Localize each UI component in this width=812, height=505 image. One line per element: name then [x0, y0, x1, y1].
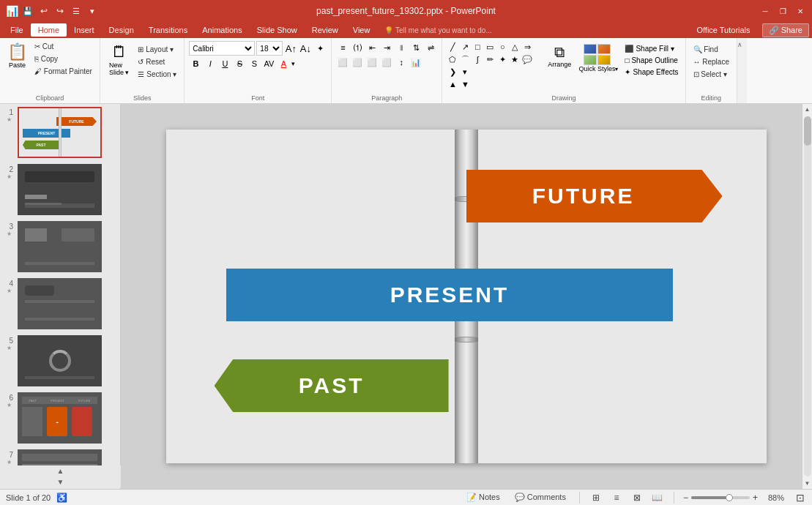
- menu-design[interactable]: Design: [102, 23, 141, 37]
- shadow-button[interactable]: S: [247, 57, 261, 70]
- format-painter-button[interactable]: 🖌 Format Painter: [31, 66, 95, 77]
- comments-button[interactable]: 💬 Comments: [510, 492, 570, 503]
- quick-styles-button[interactable]: Quick Styles ▾: [577, 41, 619, 75]
- font-color-dropdown[interactable]: ▾: [291, 60, 295, 67]
- style-box-4[interactable]: [597, 55, 611, 65]
- menu-file[interactable]: File: [3, 23, 31, 37]
- slide-item-1[interactable]: 1 ★ FUTURE PRESENT PAST: [3, 107, 117, 158]
- spacing-button[interactable]: AV: [262, 57, 275, 70]
- menu-slideshow[interactable]: Slide Show: [250, 23, 305, 37]
- shape-rounded-rect[interactable]: ▭: [484, 41, 496, 53]
- customize-icon[interactable]: ▾: [86, 5, 98, 17]
- slide-item-6[interactable]: 6 ★ PAST PRESENT FUTURE ☁: [3, 392, 117, 444]
- normal-view-button[interactable]: ⊞: [589, 492, 603, 504]
- replace-button[interactable]: ↔ Replace: [690, 56, 732, 67]
- column-button[interactable]: ⫴: [395, 41, 408, 54]
- panel-scroll-up[interactable]: ▲: [56, 465, 66, 476]
- shape-rect[interactable]: □: [472, 41, 483, 53]
- shape-connector[interactable]: ⌒: [459, 53, 471, 65]
- future-sign[interactable]: FUTURE: [466, 170, 723, 222]
- redo-icon[interactable]: ↪: [54, 5, 66, 17]
- minimize-button[interactable]: ─: [759, 6, 771, 16]
- slide-sorter-button[interactable]: ⊠: [630, 492, 644, 504]
- shape-triangle[interactable]: △: [509, 41, 521, 53]
- present-sign[interactable]: PRESENT: [226, 269, 673, 321]
- decrease-indent-button[interactable]: ⇤: [365, 41, 379, 54]
- menu-home[interactable]: Home: [31, 23, 67, 37]
- new-slide-button[interactable]: 🗒 NewSlide ▾: [105, 41, 134, 78]
- bold-button[interactable]: B: [189, 57, 202, 70]
- slide-thumb-1[interactable]: FUTURE PRESENT PAST: [18, 107, 102, 158]
- zoom-in-button[interactable]: +: [753, 493, 758, 503]
- close-button[interactable]: ✕: [794, 6, 806, 16]
- ribbon-collapse-button[interactable]: ∧: [737, 41, 747, 48]
- slide-thumb-3[interactable]: [18, 221, 102, 272]
- font-size-select[interactable]: 18: [256, 41, 283, 56]
- shape-scroll-down[interactable]: ▼: [459, 78, 471, 90]
- clear-format-button[interactable]: ✦: [313, 42, 327, 55]
- slide-item-4[interactable]: 4 ★: [3, 278, 117, 329]
- justify-button[interactable]: ⬜: [380, 56, 393, 69]
- slide-thumb-6[interactable]: PAST PRESENT FUTURE ☁: [18, 392, 102, 444]
- style-box-1[interactable]: [584, 44, 597, 54]
- menu-search[interactable]: 💡 Tell me what you want to do...: [377, 24, 499, 37]
- align-right-button[interactable]: ⬜: [365, 56, 379, 69]
- menu-view[interactable]: View: [346, 23, 378, 37]
- numbering-button[interactable]: ⑴: [351, 41, 364, 54]
- menu-transitions[interactable]: Transitions: [141, 23, 195, 37]
- fit-slide-button[interactable]: ⊡: [794, 490, 806, 505]
- slide-thumb-5[interactable]: [18, 335, 102, 386]
- shape-pentagon[interactable]: ⬠: [447, 53, 458, 65]
- shape-oval[interactable]: ○: [496, 41, 508, 53]
- menu-animations[interactable]: Animations: [195, 23, 249, 37]
- shape-arrow[interactable]: ↗: [459, 41, 471, 53]
- italic-button[interactable]: I: [204, 57, 217, 70]
- touch-icon[interactable]: ☰: [70, 5, 82, 17]
- slide-thumb-4[interactable]: [18, 278, 102, 329]
- shape-curve[interactable]: ∫: [472, 53, 483, 65]
- zoom-percent[interactable]: 88%: [764, 493, 789, 503]
- shape-callout[interactable]: 💬: [521, 53, 533, 65]
- style-box-2[interactable]: [597, 44, 611, 54]
- slide-item-3[interactable]: 3 ★: [3, 221, 117, 272]
- align-left-button[interactable]: ⬜: [336, 56, 349, 69]
- reset-button[interactable]: ↺ Reset: [135, 56, 179, 67]
- shape-line[interactable]: ╱: [447, 41, 458, 53]
- increase-indent-button[interactable]: ⇥: [380, 41, 393, 54]
- smartart-button[interactable]: 📊: [409, 56, 422, 69]
- line-spacing-button[interactable]: ↕: [395, 56, 408, 69]
- underline-button[interactable]: U: [218, 57, 231, 70]
- copy-button[interactable]: ⎘ Copy: [31, 53, 95, 64]
- slide-canvas[interactable]: FUTURE PRESENT PAST: [166, 130, 767, 463]
- shape-scroll-up[interactable]: ▲: [447, 78, 458, 90]
- slide-item-2[interactable]: 2 ★: [3, 164, 117, 215]
- zoom-out-button[interactable]: −: [683, 493, 688, 503]
- shape-fill-button[interactable]: ⬛ Shape Fill ▾: [622, 44, 680, 53]
- scroll-down-button[interactable]: ▼: [802, 478, 812, 489]
- layout-button[interactable]: ⊞ Layout ▾: [135, 44, 179, 55]
- slide-item-5[interactable]: 5 ★: [3, 335, 117, 386]
- slide-thumb-2[interactable]: [18, 164, 102, 215]
- reading-view-button[interactable]: 📖: [650, 492, 665, 504]
- arrange-button[interactable]: ⧉ Arrange: [545, 41, 574, 71]
- increase-font-button[interactable]: A↑: [284, 42, 297, 55]
- scroll-up-button[interactable]: ▲: [802, 104, 812, 115]
- save-icon[interactable]: 💾: [22, 5, 34, 17]
- zoom-thumb[interactable]: [726, 494, 733, 501]
- slide-panel-scroll[interactable]: 1 ★ FUTURE PRESENT PAST: [3, 107, 117, 486]
- menu-review[interactable]: Review: [305, 23, 346, 37]
- shape-star4[interactable]: ✦: [496, 53, 508, 65]
- shape-more[interactable]: ▾: [459, 66, 471, 78]
- shape-effects-button[interactable]: ✦ Shape Effects: [622, 67, 680, 77]
- panel-scroll-down[interactable]: ▼: [56, 476, 66, 487]
- convert-button[interactable]: ⇌: [424, 41, 437, 54]
- align-center-button[interactable]: ⬜: [351, 56, 364, 69]
- direction-button[interactable]: ⇅: [409, 41, 422, 54]
- office-tutorials-button[interactable]: Office Tutorials: [690, 24, 756, 36]
- outline-view-button[interactable]: ≡: [609, 492, 624, 504]
- font-name-select[interactable]: Calibri: [189, 41, 255, 56]
- shape-chevron[interactable]: ❯: [447, 66, 458, 78]
- style-box-3[interactable]: [584, 55, 597, 65]
- scroll-thumb[interactable]: [804, 116, 811, 146]
- past-sign[interactable]: PAST: [215, 359, 449, 412]
